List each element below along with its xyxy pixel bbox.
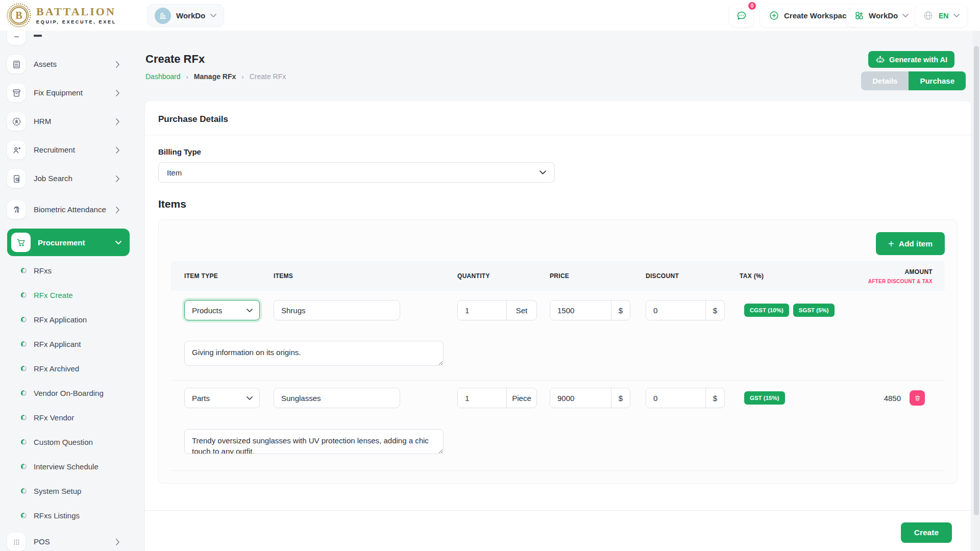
chevron-right-icon	[116, 147, 120, 154]
add-item-button[interactable]: + Add item	[876, 232, 945, 255]
sidebar-subitem-rfx-applicant[interactable]: RFx Applicant	[7, 332, 131, 356]
quantity-unit: Set	[506, 300, 536, 320]
workspace-switcher[interactable]: WorkDo	[147, 4, 224, 27]
plus-circle-icon	[769, 10, 779, 21]
tax-badge: SGST (5%)	[793, 304, 835, 317]
sidebar-item-assets[interactable]: Assets	[7, 50, 131, 79]
person-circle-icon	[7, 112, 26, 131]
workspace-name: WorkDo	[176, 11, 205, 20]
view-tabs: Details Purchase	[861, 71, 966, 90]
menu-icon	[7, 31, 26, 45]
tax-badges: GST (15%)	[740, 391, 862, 405]
sidebar-subitem-system-setup[interactable]: System Setup	[7, 479, 131, 503]
bullet-icon	[21, 317, 27, 322]
item-type-select[interactable]: Parts	[184, 388, 260, 408]
col-tax: TAX (%)	[740, 272, 862, 280]
page-scrollbar[interactable]	[973, 31, 980, 551]
page-header: Create RFx Dashboard › Manage RFx › Crea…	[131, 31, 980, 81]
col-price: PRICE	[550, 272, 646, 280]
chevron-right-icon	[116, 539, 120, 545]
quantity-input[interactable]	[458, 388, 506, 408]
bullet-icon	[21, 464, 27, 469]
sidebar-subitem-interview-schedule[interactable]: Interview Schedule	[7, 454, 131, 479]
svg-text:B: B	[15, 10, 22, 21]
chevron-down-icon	[953, 14, 960, 17]
item-name-input[interactable]	[274, 300, 400, 320]
sidebar-item-pos[interactable]: POS	[7, 528, 131, 551]
generate-with-ai-button[interactable]: Generate with AI	[868, 51, 954, 68]
breadcrumb-dashboard[interactable]: Dashboard	[145, 72, 181, 81]
sidebar-item-hrm[interactable]: HRM	[7, 107, 131, 136]
discount-input[interactable]	[646, 300, 705, 320]
archive-box-icon	[7, 84, 26, 102]
sidebar-item-partial[interactable]	[7, 31, 131, 50]
account-menu-label: WorkDo	[869, 11, 898, 20]
breadcrumb-manage-rfx[interactable]: Manage RFx	[194, 72, 236, 81]
sidebar-item-procurement[interactable]: Procurement	[7, 229, 130, 256]
chevron-down-icon	[902, 14, 909, 17]
col-amount: AMOUNT AFTER DISCOUNT & TAX	[862, 268, 933, 284]
sidebar-item-job-search[interactable]: Job Search	[7, 164, 131, 193]
sidebar-subitem-rfx-application[interactable]: RFx Application	[7, 307, 131, 332]
item-name-input[interactable]	[274, 388, 400, 408]
chevron-down-icon	[247, 309, 253, 312]
discount-currency: $	[705, 300, 724, 320]
brand-emblem-icon: B	[6, 3, 32, 28]
trash-icon	[914, 394, 921, 402]
bullet-icon	[21, 439, 27, 445]
sidebar-subitem-rfx-create[interactable]: RFx Create	[7, 283, 131, 307]
section-title: Purchase Details	[145, 101, 971, 124]
sidebar-subitem-custom-question[interactable]: Custom Question	[7, 430, 131, 454]
delete-item-button[interactable]	[910, 390, 925, 406]
price-currency: $	[611, 388, 630, 408]
discount-group: $	[646, 388, 725, 408]
chevron-right-icon	[116, 90, 120, 96]
sidebar-item-biometric-attendance[interactable]: Biometric Attendance	[7, 193, 131, 227]
messages-button[interactable]: 0	[729, 4, 753, 27]
document-search-icon	[7, 169, 26, 188]
billing-type-label: Billing Type	[158, 147, 958, 156]
brand-logo[interactable]: B BATTALION EQUIP, EXECUTE, EXEL	[6, 3, 116, 28]
table-header-row: ITEM TYPE ITEMS QUANTITY PRICE DISCOUNT …	[171, 261, 945, 291]
chevron-down-icon	[247, 396, 253, 400]
create-button[interactable]: Create	[901, 522, 952, 543]
amount-value: 4850	[884, 394, 902, 403]
tab-purchase[interactable]: Purchase	[909, 71, 966, 90]
chevron-down-icon	[540, 170, 546, 174]
billing-type-select[interactable]: Item	[158, 162, 555, 183]
bullet-icon	[21, 268, 27, 273]
create-workspace-button[interactable]: Create Workspace	[760, 4, 860, 27]
price-input[interactable]	[550, 388, 611, 408]
account-menu[interactable]: WorkDo	[847, 4, 916, 27]
items-section-title: Items	[158, 198, 958, 210]
sidebar-subitem-rfx-vendor[interactable]: RFx Vendor	[7, 405, 131, 430]
chevron-down-icon	[115, 241, 121, 244]
brand-name: BATTALION	[36, 5, 116, 18]
item-type-select[interactable]: Products	[184, 300, 260, 320]
chevron-right-icon	[116, 61, 120, 68]
item-description-textarea[interactable]: Giving information on its origins.	[184, 341, 444, 366]
tab-details[interactable]: Details	[861, 71, 909, 90]
sidebar-item-fix-equipment[interactable]: Fix Equipment	[7, 79, 131, 107]
sidebar-subitem-rfx-archived[interactable]: RFx Archived	[7, 356, 131, 381]
item-description-textarea[interactable]: Trendy oversized sunglasses with UV prot…	[184, 429, 444, 454]
discount-group: $	[646, 300, 725, 320]
price-currency: $	[611, 300, 630, 320]
sidebar-subitem-vendor-onboarding[interactable]: Vendor On-Boarding	[7, 381, 131, 405]
price-group: $	[550, 388, 630, 408]
chevron-right-icon	[116, 176, 120, 182]
col-quantity: QUANTITY	[457, 272, 550, 280]
price-group: $	[550, 300, 630, 320]
language-selector[interactable]: EN	[915, 4, 967, 27]
item-row: Parts Piece $	[171, 388, 945, 471]
sidebar-item-recruitment[interactable]: Recruitment	[7, 136, 131, 164]
discount-input[interactable]	[646, 388, 705, 408]
breadcrumb: Dashboard › Manage RFx › Create RFx	[145, 72, 980, 81]
quantity-input[interactable]	[458, 300, 506, 320]
scrollbar-thumb[interactable]	[974, 46, 979, 515]
sidebar-subitem-rfxs[interactable]: RFxs	[7, 258, 131, 283]
sidebar-subitem-rfxs-listings[interactable]: RFxs Listings	[7, 503, 131, 528]
price-input[interactable]	[550, 300, 611, 320]
sidebar: Assets Fix Equipment HRM	[0, 31, 131, 551]
breadcrumb-separator: ›	[241, 73, 243, 81]
